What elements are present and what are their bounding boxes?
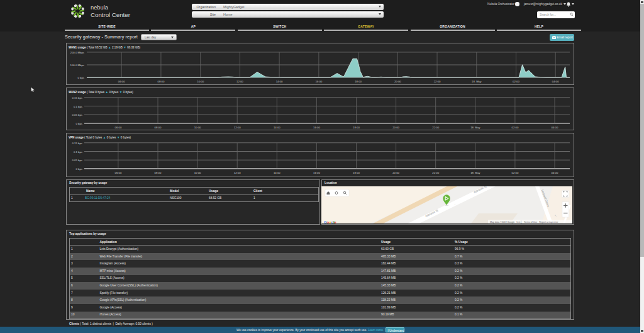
svg-text:0.15 bps: 0.15 bps <box>72 96 83 99</box>
svg-text:Map data ©2019 Google 5 m ⎣: Map data ©2019 Google 5 m ⎣ Terms of Use… <box>490 220 558 223</box>
svg-text:14:00: 14:00 <box>274 126 280 129</box>
svg-text:04:00: 04:00 <box>552 126 558 129</box>
svg-text:200.0 Mbps: 200.0 Mbps <box>70 51 84 54</box>
svg-text:22:00: 22:00 <box>432 126 439 129</box>
svg-text:04:00: 04:00 <box>552 80 559 83</box>
svg-text:18. May: 18. May <box>470 126 480 129</box>
svg-text:08:00: 08:00 <box>155 171 162 174</box>
svg-text:100.0 Mbps: 100.0 Mbps <box>70 64 84 67</box>
svg-text:0 bps: 0 bps <box>77 76 84 79</box>
svg-text:14:00: 14:00 <box>276 80 283 83</box>
svg-text:WAN1 usage ( Total 68.52 GB ▲: WAN1 usage ( Total 68.52 GB ▲ 2.19 GB ▼ … <box>69 45 140 49</box>
svg-text:04:00: 04:00 <box>552 171 558 174</box>
svg-text:22:00: 22:00 <box>432 171 439 174</box>
svg-text:18. May: 18. May <box>472 80 482 83</box>
svg-text:02:00: 02:00 <box>513 80 519 83</box>
svg-text:0.05 bps: 0.05 bps <box>72 159 83 162</box>
svg-text:08:00: 08:00 <box>155 126 162 129</box>
svg-text:06:00: 06:00 <box>115 171 122 174</box>
svg-text:0.05 bps: 0.05 bps <box>72 113 83 116</box>
svg-text:20:00: 20:00 <box>394 80 401 83</box>
svg-text:18. May: 18. May <box>470 171 480 174</box>
svg-text:08:00: 08:00 <box>158 80 165 83</box>
svg-text:16:00: 16:00 <box>313 171 320 174</box>
svg-text:0.1 bps: 0.1 bps <box>74 150 82 153</box>
svg-text:10:00: 10:00 <box>194 171 201 174</box>
svg-text:12:00: 12:00 <box>236 80 243 83</box>
svg-text:16:00: 16:00 <box>315 80 322 83</box>
svg-text:18:00: 18:00 <box>353 126 360 129</box>
svg-text:16:00: 16:00 <box>313 126 320 129</box>
svg-text:0 bps: 0 bps <box>75 167 82 170</box>
svg-text:20:00: 20:00 <box>392 171 399 174</box>
svg-text:0.1 bps: 0.1 bps <box>74 105 82 108</box>
svg-text:18:00: 18:00 <box>355 80 362 83</box>
svg-text:0 bps: 0 bps <box>75 122 82 125</box>
svg-text:12:00: 12:00 <box>234 126 241 129</box>
svg-text:02:00: 02:00 <box>512 126 519 129</box>
svg-text:10:00: 10:00 <box>194 126 201 129</box>
svg-text:06:00: 06:00 <box>118 80 125 83</box>
svg-text:↖: ↖ <box>555 214 557 217</box>
svg-text:14:00: 14:00 <box>274 171 280 174</box>
svg-text:Google: Google <box>324 220 336 223</box>
svg-text:12:00: 12:00 <box>234 171 241 174</box>
svg-text:←: ← <box>454 202 457 205</box>
svg-text:0.15 bps: 0.15 bps <box>72 141 83 144</box>
svg-text:VPN usage ( Total 0 bytes ▲ 0: VPN usage ( Total 0 bytes ▲ 0 bytes ▼ 0 … <box>69 135 131 139</box>
svg-text:20:00: 20:00 <box>392 126 399 129</box>
svg-text:06:00: 06:00 <box>115 126 122 129</box>
svg-text:WAN2 usage ( Total 0 bytes ▲ 0: WAN2 usage ( Total 0 bytes ▲ 0 bytes ▼ 0… <box>69 90 133 94</box>
svg-text:22:00: 22:00 <box>434 80 441 83</box>
svg-text:10:00: 10:00 <box>197 80 204 83</box>
svg-text:18:00: 18:00 <box>353 171 360 174</box>
svg-text:02:00: 02:00 <box>512 171 519 174</box>
